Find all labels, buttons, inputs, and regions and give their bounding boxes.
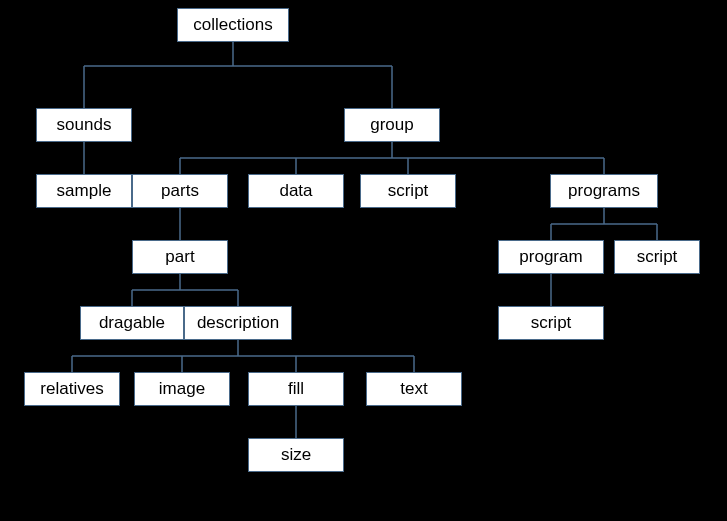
node-description: description xyxy=(184,306,292,340)
node-sample: sample xyxy=(36,174,132,208)
node-fill: fill xyxy=(248,372,344,406)
node-program: program xyxy=(498,240,604,274)
node-sounds: sounds xyxy=(36,108,132,142)
node-group: group xyxy=(344,108,440,142)
node-parts: parts xyxy=(132,174,228,208)
node-image: image xyxy=(134,372,230,406)
node-relatives: relatives xyxy=(24,372,120,406)
node-script-1: script xyxy=(360,174,456,208)
node-part: part xyxy=(132,240,228,274)
node-programs: programs xyxy=(550,174,658,208)
node-dragable: dragable xyxy=(80,306,184,340)
node-script-3: script xyxy=(498,306,604,340)
node-data: data xyxy=(248,174,344,208)
node-script-2: script xyxy=(614,240,700,274)
node-size: size xyxy=(248,438,344,472)
node-collections: collections xyxy=(177,8,289,42)
node-text: text xyxy=(366,372,462,406)
